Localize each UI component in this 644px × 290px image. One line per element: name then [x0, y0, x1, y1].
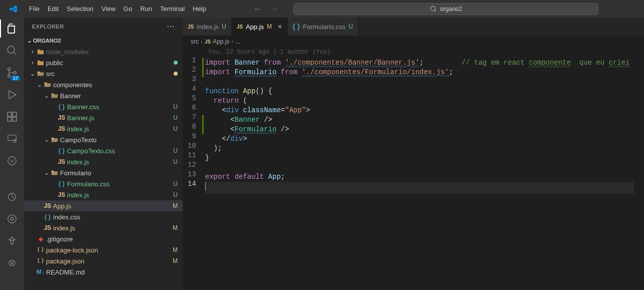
chevron-down-icon[interactable]: ⌄: [29, 70, 36, 77]
command-center-search[interactable]: organo2: [293, 3, 598, 15]
search-activity-icon[interactable]: [5, 44, 19, 58]
breadcrumb-item[interactable]: App.js: [213, 38, 229, 45]
tree-item-label: componentes: [53, 81, 178, 89]
tree-item-label: public: [46, 59, 171, 67]
editor-tab[interactable]: JSApp.jsM×: [232, 18, 288, 36]
tree-file[interactable]: { }Banner.cssU: [24, 101, 183, 112]
sidebar-more-icon[interactable]: ⋯: [167, 22, 175, 31]
chevron-down-icon[interactable]: ⌄: [36, 81, 43, 88]
tree-file[interactable]: package-lock.jsonM: [24, 244, 183, 255]
breadcrumb-item[interactable]: src: [191, 38, 199, 45]
tree-file[interactable]: JSindex.jsU: [24, 156, 183, 167]
line-number: 1: [188, 56, 196, 65]
css-file-icon: { }: [57, 180, 66, 187]
nav-back-icon[interactable]: ←: [253, 5, 261, 14]
js-file-icon: JS: [57, 158, 66, 165]
menu-item-edit[interactable]: Edit: [44, 3, 63, 15]
nav-forward-icon[interactable]: →: [270, 5, 278, 14]
svg-rect-7: [8, 117, 12, 121]
tree-file[interactable]: package.jsonM: [24, 255, 183, 266]
code-line[interactable]: function App() {: [205, 87, 634, 96]
tree-file[interactable]: M↓README.md: [24, 266, 183, 277]
code-line[interactable]: <Formulario />: [205, 125, 634, 134]
svg-point-11: [14, 140, 17, 143]
file-tree: ›node_modules›public⌄src⌄componentes⌄Ban…: [24, 46, 183, 290]
menu-item-file[interactable]: File: [25, 3, 44, 15]
svg-rect-1: [8, 26, 15, 33]
code-line[interactable]: [205, 163, 634, 172]
live-share-icon[interactable]: [5, 256, 19, 270]
code-line[interactable]: [205, 182, 634, 194]
remote-explorer-icon[interactable]: [5, 132, 19, 146]
editor-tabs: JSindex.jsUJSApp.jsM×{ }Formulario.cssU: [183, 18, 644, 36]
chevron-right-icon[interactable]: ›: [29, 59, 36, 66]
gitlens-icon[interactable]: [5, 190, 19, 204]
tree-file[interactable]: JSindex.jsU: [24, 123, 183, 134]
line-number: 11: [188, 151, 196, 160]
testing-icon[interactable]: [5, 154, 19, 168]
chevron-right-icon[interactable]: ›: [29, 48, 36, 55]
menu-item-help[interactable]: Help: [189, 3, 210, 15]
css-file-icon: { }: [43, 213, 52, 220]
menu-item-view[interactable]: View: [98, 3, 120, 15]
run-debug-icon[interactable]: [5, 88, 19, 102]
svg-rect-8: [13, 117, 17, 121]
tree-file[interactable]: ◆.gitignore: [24, 233, 183, 244]
editor-tab[interactable]: JSindex.jsU: [183, 18, 232, 36]
code-line[interactable]: );: [205, 144, 634, 153]
explorer-folder-header[interactable]: ⌄ ORGANO2: [24, 35, 183, 46]
chevron-down-icon[interactable]: ⌄: [43, 136, 50, 143]
tree-item-label: index.css: [53, 213, 178, 221]
svg-point-16: [11, 262, 13, 264]
environment-icon[interactable]: [5, 234, 19, 248]
chevron-down-icon[interactable]: ⌄: [43, 92, 50, 99]
tree-folder[interactable]: ⌄componentes: [24, 79, 183, 90]
menu-item-selection[interactable]: Selection: [63, 3, 97, 15]
menu-item-go[interactable]: Go: [120, 3, 136, 15]
line-number: 5: [188, 94, 196, 103]
editor-tab[interactable]: { }Formulario.cssU: [288, 18, 359, 36]
tree-file[interactable]: { }Formulario.cssU: [24, 178, 183, 189]
code-line[interactable]: </div>: [205, 134, 634, 144]
code-line[interactable]: <div className="App">: [205, 106, 634, 115]
svg-rect-6: [8, 112, 12, 116]
tree-item-label: index.js: [67, 125, 171, 133]
tree-file[interactable]: JSApp.jsM: [24, 200, 183, 211]
code-editor[interactable]: You, 22 hours ago | 1 author (You)import…: [205, 48, 644, 290]
tree-file[interactable]: JSindex.jsM: [24, 222, 183, 233]
tree-folder[interactable]: ⌄Formulario: [24, 167, 183, 178]
tree-file[interactable]: JSindex.jsU: [24, 189, 183, 200]
breadcrumbs[interactable]: src › JS App.js › ...: [183, 36, 644, 48]
extensions-icon[interactable]: [5, 110, 19, 124]
menu-item-run[interactable]: Run: [136, 3, 156, 15]
breadcrumb-item[interactable]: ...: [236, 38, 241, 45]
source-control-icon[interactable]: 17: [5, 66, 19, 80]
tree-file[interactable]: { }CampoTexto.cssU: [24, 145, 183, 156]
tree-folder[interactable]: ›public: [24, 57, 183, 68]
code-line[interactable]: }: [205, 153, 634, 163]
tree-file[interactable]: { }index.css: [24, 211, 183, 222]
close-icon[interactable]: ×: [275, 23, 282, 31]
code-line[interactable]: [205, 77, 634, 87]
tree-file[interactable]: JSBanner.jsU: [24, 112, 183, 123]
code-line[interactable]: export default App;: [205, 172, 634, 182]
code-line[interactable]: import Banner from './componentes/Banner…: [205, 58, 634, 68]
svg-point-4: [8, 75, 11, 78]
code-line[interactable]: <Banner />: [205, 115, 634, 125]
git-file-icon: ◆: [36, 235, 45, 242]
live-preview-icon[interactable]: [5, 212, 19, 226]
tree-folder[interactable]: ⌄src: [24, 68, 183, 79]
line-number-gutter: 1234567891011121314: [183, 48, 205, 290]
markdown-file-icon: M↓: [36, 268, 45, 275]
title-bar: FileEditSelectionViewGoRunTerminalHelp ←…: [0, 0, 644, 18]
tree-folder[interactable]: ⌄CampoTexto: [24, 134, 183, 145]
tree-folder[interactable]: ⌄Banner: [24, 90, 183, 101]
line-number: 9: [188, 132, 196, 141]
explorer-icon[interactable]: [5, 22, 19, 36]
code-line[interactable]: return (: [205, 96, 634, 106]
menu-item-terminal[interactable]: Terminal: [156, 3, 189, 15]
css-file-icon: { }: [57, 147, 66, 154]
tree-folder[interactable]: ›node_modules: [24, 46, 183, 57]
code-line[interactable]: import Formulario from './componentes/Fo…: [205, 68, 634, 77]
chevron-down-icon[interactable]: ⌄: [43, 169, 50, 176]
